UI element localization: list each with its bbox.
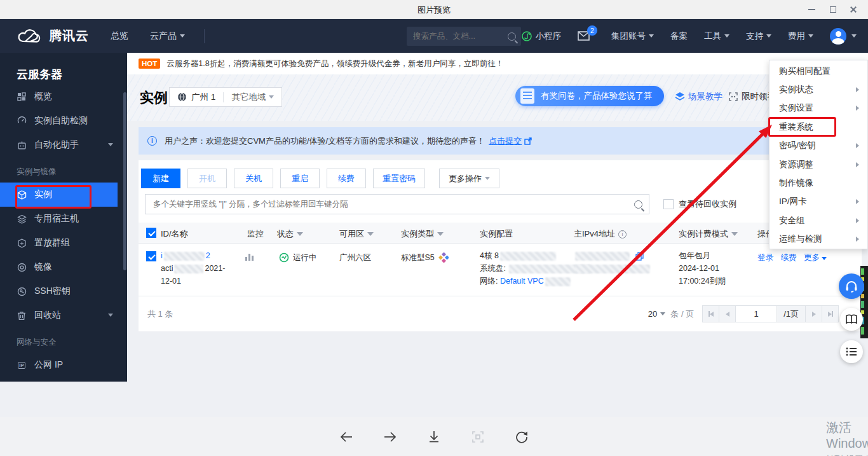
page-size-select[interactable]: 20 条 / 页	[648, 308, 694, 320]
keyword-search[interactable]	[145, 194, 649, 214]
feedback-list-button[interactable]	[840, 340, 863, 363]
nav-tools[interactable]: 工具	[704, 31, 729, 42]
globe-icon	[177, 92, 187, 102]
sidebar-item-self-check[interactable]: 实例自助检测	[0, 109, 127, 133]
table-header: ID/名称 监控 状态 可用区 实例类型 实例配置 主IPv4地址 实例计费模式…	[139, 223, 862, 244]
download-icon[interactable]	[421, 424, 447, 450]
vpc-link[interactable]: Default VPC	[500, 277, 544, 286]
sidebar-item-automation-assistant[interactable]: 自动化助手	[0, 133, 127, 157]
sidebar-item-public-ip[interactable]: 公网 IP	[0, 353, 127, 377]
select-all-checkbox[interactable]	[146, 228, 156, 238]
global-search-input[interactable]	[412, 31, 508, 41]
menu-item-instance-settings[interactable]: 实例设置	[770, 99, 867, 118]
region-other[interactable]: 其它地域	[231, 92, 266, 103]
fit-screen-icon[interactable]	[465, 424, 491, 450]
sidebar-item-recycle-bin[interactable]: 回收站	[0, 303, 127, 328]
row-checkbox[interactable]	[146, 251, 156, 261]
create-button[interactable]: 新建	[141, 169, 180, 188]
survey-banner[interactable]: 有奖问卷，产品体验您说了算	[515, 86, 664, 106]
menu-item-buy-same-config[interactable]: 购买相同配置	[770, 62, 867, 80]
chevron-down-icon	[108, 143, 113, 146]
instance-id-cell[interactable]: i2 acti2021- 12-01	[161, 249, 225, 287]
submenu-arrow-icon	[856, 106, 859, 111]
table-footer: 共 1 条 20 条 / 页 /1页	[139, 296, 862, 331]
filter-icon[interactable]	[437, 232, 444, 236]
nav-beian[interactable]: 备案	[670, 31, 688, 42]
sidebar-item-instances[interactable]: 实例	[0, 183, 118, 207]
recycle-checkbox[interactable]	[663, 199, 674, 209]
sidebar-item-images[interactable]: 镜像	[0, 255, 127, 279]
minimize-button[interactable]	[801, 0, 822, 19]
scene-teaching-link[interactable]: 场景教学	[675, 91, 722, 102]
nav-messages[interactable]: 2	[578, 31, 590, 41]
search-icon	[508, 32, 516, 41]
renew-button[interactable]: 续费	[327, 169, 366, 188]
sidebar-title: 云服务器	[0, 53, 127, 85]
menu-item-password-key[interactable]: 密码/密钥	[770, 137, 867, 155]
login-link[interactable]: 登录	[757, 253, 773, 262]
notice-submit-link[interactable]: 点击提交	[489, 135, 522, 147]
recycle-checkbox-label[interactable]: 查看待回收实例	[679, 198, 736, 210]
close-button[interactable]	[843, 0, 864, 19]
ssh-key-icon	[17, 286, 27, 296]
first-page-button[interactable]	[702, 305, 719, 322]
reset-password-button[interactable]: 重置密码	[373, 169, 425, 188]
more-actions-button[interactable]: 更多操作	[439, 169, 499, 188]
sidebar-item-ssh-key[interactable]: SSH密钥	[0, 279, 127, 303]
menu-item-ip-nic[interactable]: IP/网卡	[770, 193, 867, 211]
menu-item-reinstall-system[interactable]: 重装系统	[770, 118, 867, 136]
tencent-cloud-logo[interactable]: 腾讯云	[17, 27, 89, 45]
menu-item-security-group[interactable]: 安全组	[770, 211, 867, 230]
sidebar-item-placement-group[interactable]: 置放群组	[0, 231, 127, 255]
menu-item-instance-status[interactable]: 实例状态	[770, 80, 867, 99]
sidebar-item-dedicated-host[interactable]: 专用宿主机	[0, 207, 127, 231]
nav-billing[interactable]: 费用	[788, 31, 813, 42]
promo-banner[interactable]: HOT 云服务器1.8折起，消费满额更可体验免费产品，领续费升级代金券，新老用户…	[127, 53, 868, 74]
avatar	[830, 28, 846, 45]
menu-item-resource-adjust[interactable]: 资源调整	[770, 155, 867, 174]
restart-button[interactable]: 重启	[280, 169, 320, 188]
nav-products[interactable]: 云产品	[150, 31, 185, 42]
forward-arrow-icon[interactable]	[377, 424, 403, 450]
filter-icon[interactable]	[367, 232, 374, 236]
col-zone: 可用区	[339, 228, 374, 240]
global-search[interactable]	[407, 27, 521, 46]
list-icon	[846, 347, 857, 356]
documentation-button[interactable]	[840, 308, 863, 331]
chevron-down-icon	[822, 257, 827, 260]
last-page-button[interactable]	[822, 305, 839, 322]
nav-support[interactable]: 支持	[746, 31, 771, 42]
start-button[interactable]: 开机	[187, 169, 227, 188]
nav-overview[interactable]: 总览	[111, 31, 128, 42]
next-page-button[interactable]	[805, 305, 822, 322]
rotate-icon[interactable]	[508, 424, 535, 450]
customer-service-button[interactable]	[839, 273, 864, 299]
sidebar-scrollbar[interactable]	[123, 92, 126, 270]
submenu-arrow-icon	[856, 162, 859, 167]
shutdown-button[interactable]: 关机	[234, 169, 273, 188]
renew-link[interactable]: 续费	[780, 253, 796, 262]
back-arrow-icon[interactable]	[333, 424, 360, 450]
zone-cell: 广州六区	[339, 251, 371, 264]
maximize-button[interactable]	[822, 0, 844, 19]
page-number-input[interactable]	[735, 305, 777, 322]
filter-icon[interactable]	[731, 232, 738, 236]
prev-page-button[interactable]	[719, 305, 736, 322]
filter-row: 查看待回收实例	[145, 194, 857, 214]
copy-icon[interactable]	[635, 252, 644, 261]
trash-icon	[17, 310, 27, 321]
search-input[interactable]	[152, 199, 634, 209]
nav-mini-program[interactable]: 小程序	[522, 31, 562, 42]
filter-icon[interactable]	[297, 232, 303, 236]
monitor-chart-icon[interactable]	[245, 253, 254, 261]
more-link[interactable]: 更多	[804, 253, 820, 262]
user-menu[interactable]	[830, 28, 857, 45]
sidebar-item-overview[interactable]: 概览	[0, 85, 127, 109]
menu-item-ops-detect[interactable]: 运维与检测	[770, 230, 867, 249]
nav-group-account[interactable]: 集团账号	[611, 31, 654, 42]
region-selector[interactable]: 广州 1 其它地域	[169, 87, 282, 107]
menu-item-create-image[interactable]: 制作镜像	[770, 174, 867, 192]
sidebar: 云服务器 概览 实例自助检测 自动化助手 实例与镜像 实例 专用宿主机 置放群组	[0, 53, 127, 382]
page-title: 实例	[140, 88, 168, 107]
info-icon[interactable]	[618, 230, 627, 238]
